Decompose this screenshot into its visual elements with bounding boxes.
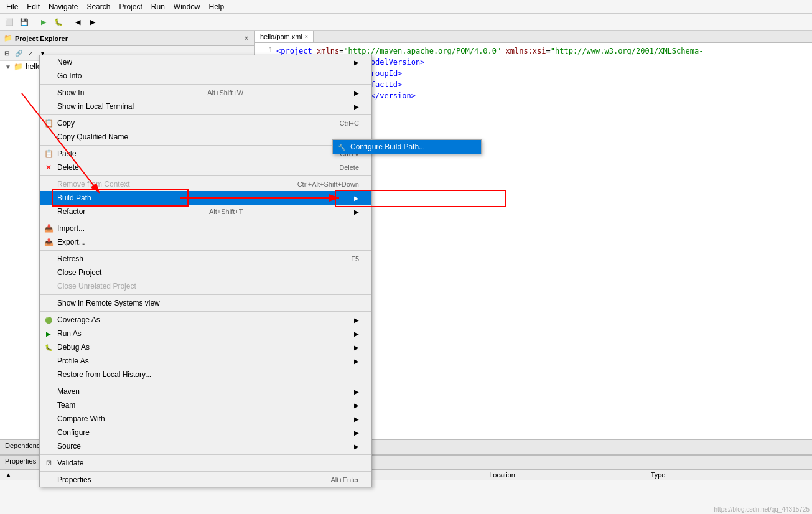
cm-close-unrelated: Close Unrelated Project: [40, 279, 371, 293]
cm-import-label: Import...: [57, 224, 85, 233]
cm-refactor[interactable]: Refactor Alt+Shift+T ▶: [40, 205, 371, 218]
toolbar-back-btn[interactable]: ◀: [71, 16, 85, 29]
menu-file[interactable]: File: [2, 1, 22, 12]
cm-copy[interactable]: 📋 Copy Ctrl+C: [40, 116, 371, 130]
sm-configure-build-path[interactable]: 🔧 Configure Build Path...: [333, 140, 481, 154]
cm-maven-label: Maven: [57, 387, 80, 396]
cm-show-remote-label: Show in Remote Systems view: [57, 299, 160, 307]
cm-properties[interactable]: Properties Alt+Enter: [40, 473, 371, 487]
menu-help[interactable]: Help: [205, 1, 228, 12]
toolbar-new-btn[interactable]: ⬜: [2, 16, 16, 29]
cm-show-remote[interactable]: Show in Remote Systems view: [40, 296, 371, 310]
cm-build-path[interactable]: Build Path ▶: [40, 191, 371, 205]
cm-team[interactable]: Team ▶: [40, 398, 371, 412]
cm-delete[interactable]: ✕ Delete Delete: [40, 161, 371, 174]
toolbar-fwd-btn[interactable]: ▶: [86, 16, 100, 29]
cm-show-in[interactable]: Show In Alt+Shift+W ▶: [40, 86, 371, 100]
editor-tab-pom[interactable]: hello/pom.xml ×: [255, 31, 314, 42]
cm-import[interactable]: 📥 Import...: [40, 222, 371, 235]
cm-configure[interactable]: Configure ▶: [40, 426, 371, 439]
cm-compare-arrow: ▶: [354, 416, 359, 423]
cm-delete-label: Delete: [57, 163, 79, 172]
cm-coverage-as[interactable]: 🟢 Coverage As ▶: [40, 313, 371, 327]
cm-sep-4: [40, 175, 371, 176]
cm-remove-context-shortcut: Ctrl+Alt+Shift+Down: [297, 180, 359, 188]
cm-validate[interactable]: ☑ Validate: [40, 456, 371, 470]
context-menu: New ▶ Go Into Show In Alt+Shift+W ▶ Show…: [39, 55, 372, 487]
editor-tab-pom-label: hello/pom.xml: [260, 33, 302, 40]
cm-refresh-shortcut: F5: [351, 255, 359, 263]
cm-coverage-icon: 🟢: [42, 317, 55, 324]
cm-maven[interactable]: Maven ▶: [40, 385, 371, 398]
cm-copy-icon: 📋: [42, 119, 55, 128]
cm-show-local-terminal-label: Show in Local Terminal: [57, 102, 134, 111]
cm-profile-arrow: ▶: [354, 358, 359, 365]
cm-maven-arrow: ▶: [354, 388, 359, 395]
tree-arrow-hello: ▼: [5, 63, 11, 70]
cm-export-icon: 📤: [42, 238, 55, 246]
link-editor-btn[interactable]: 🔗: [13, 48, 24, 59]
cm-show-local-terminal-arrow: ▶: [354, 103, 359, 110]
cm-sep-7: [40, 294, 371, 295]
cm-profile-as[interactable]: Profile As ▶: [40, 354, 371, 368]
lower-tab-properties[interactable]: Properties: [0, 456, 42, 469]
menu-navigate[interactable]: Navigate: [45, 1, 82, 12]
cm-properties-label: Properties: [57, 475, 91, 484]
toolbar-run-btn[interactable]: ▶: [37, 16, 50, 29]
cm-sep-6: [40, 250, 371, 251]
menu-window[interactable]: Window: [170, 1, 204, 12]
watermark: https://blog.csdn.net/qq_44315725: [714, 506, 810, 513]
cm-remove-context: Remove from Context Ctrl+Alt+Shift+Down: [40, 177, 371, 191]
cm-profile-as-label: Profile As: [57, 357, 89, 365]
cm-new-label: New: [57, 58, 72, 67]
cm-new-arrow: ▶: [354, 59, 359, 66]
cm-copy-label: Copy: [57, 119, 75, 128]
cm-restore-history[interactable]: Restore from Local History...: [40, 368, 371, 381]
cm-show-local-terminal[interactable]: Show in Local Terminal ▶: [40, 100, 371, 113]
cm-delete-shortcut: Delete: [339, 164, 359, 171]
editor-tab-pom-close[interactable]: ×: [305, 34, 308, 40]
cm-copy-qualified-label: Copy Qualified Name: [57, 133, 128, 141]
menu-project[interactable]: Project: [115, 1, 146, 12]
cm-configure-arrow: ▶: [354, 429, 359, 436]
cm-export[interactable]: 📤 Export...: [40, 235, 371, 249]
cm-go-into[interactable]: Go Into: [40, 69, 371, 83]
cm-team-arrow: ▶: [354, 402, 359, 409]
cm-refactor-arrow: ▶: [354, 208, 359, 215]
toolbar-debug-btn[interactable]: 🐛: [52, 16, 65, 29]
cm-compare-with-label: Compare With: [57, 414, 105, 423]
menu-bar: File Edit Navigate Search Project Run Wi…: [0, 0, 812, 14]
cm-compare-with[interactable]: Compare With ▶: [40, 412, 371, 426]
cm-run-as-label: Run As: [57, 329, 82, 338]
project-explorer-close[interactable]: ×: [242, 34, 251, 43]
cm-new[interactable]: New ▶: [40, 55, 371, 69]
cm-debug-as[interactable]: 🐛 Debug As ▶: [40, 340, 371, 354]
cm-copy-qualified[interactable]: Copy Qualified Name: [40, 130, 371, 144]
cm-properties-shortcut: Alt+Enter: [330, 476, 359, 484]
cm-run-as[interactable]: ▶ Run As ▶: [40, 327, 371, 340]
cm-refactor-label: Refactor: [57, 207, 85, 216]
project-explorer-header: 📁 Project Explorer ×: [0, 31, 254, 46]
project-explorer-icon: 📁: [4, 34, 12, 42]
cm-paste-icon: 📋: [42, 149, 55, 158]
cm-close-project[interactable]: Close Project: [40, 266, 371, 279]
cm-source[interactable]: Source ▶: [40, 439, 371, 453]
cm-import-icon: 📥: [42, 224, 55, 233]
cm-sep-3: [40, 145, 371, 146]
cm-refresh[interactable]: Refresh F5: [40, 252, 371, 266]
cm-show-in-arrow: ▶: [354, 90, 359, 96]
cm-restore-history-label: Restore from Local History...: [57, 370, 151, 379]
menu-run[interactable]: Run: [147, 1, 169, 12]
lower-tab-properties-label: Properties: [5, 457, 36, 465]
cm-paste[interactable]: 📋 Paste Ctrl+V: [40, 147, 371, 161]
cm-debug-icon: 🐛: [42, 344, 55, 351]
collapse-all-btn[interactable]: ⊟: [1, 48, 12, 59]
toolbar: ⬜ 💾 ▶ 🐛 ◀ ▶: [0, 14, 812, 31]
toolbar-save-btn[interactable]: 💾: [17, 16, 31, 29]
cm-run-arrow: ▶: [354, 330, 359, 337]
menu-edit[interactable]: Edit: [23, 1, 44, 12]
filter-btn[interactable]: ⊿: [25, 48, 36, 59]
build-path-submenu: 🔧 Configure Build Path...: [332, 139, 482, 154]
cm-sep-2: [40, 114, 371, 115]
menu-search[interactable]: Search: [83, 1, 114, 12]
